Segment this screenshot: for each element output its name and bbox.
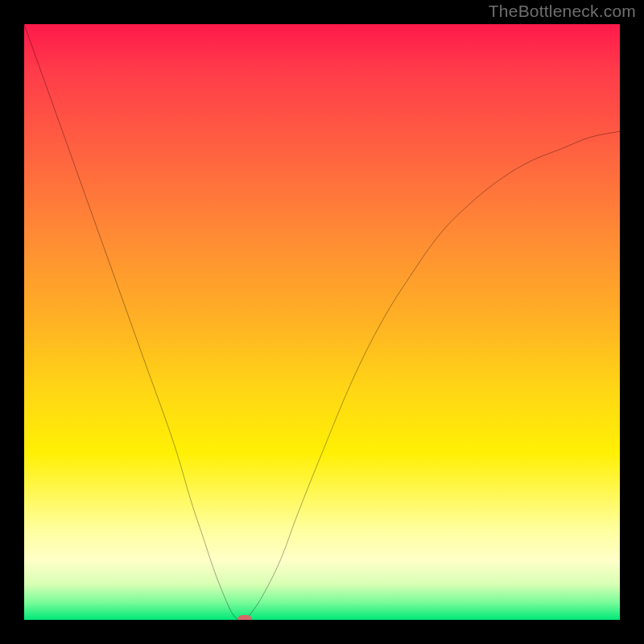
plot-area	[24, 24, 620, 620]
optimal-point-marker	[237, 615, 252, 620]
chart-frame: TheBottleneck.com	[0, 0, 644, 644]
watermark-text: TheBottleneck.com	[489, 2, 636, 21]
heat-gradient-background	[24, 24, 620, 620]
